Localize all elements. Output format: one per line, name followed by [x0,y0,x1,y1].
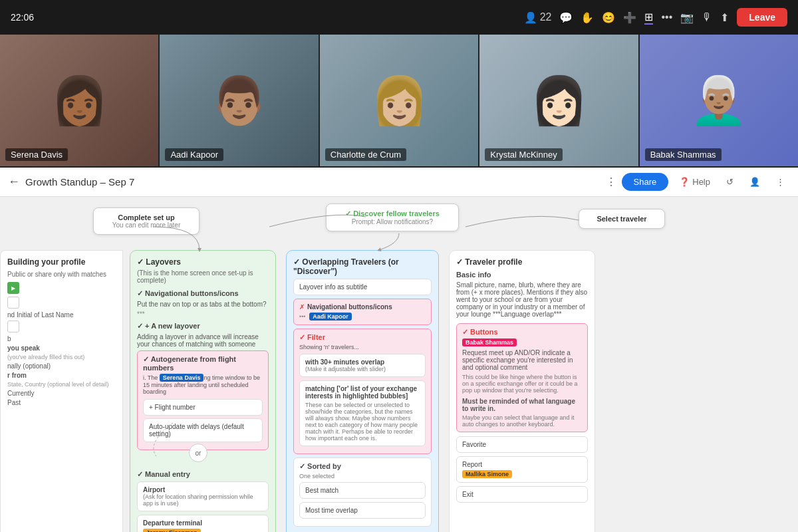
x-icon: ✗ [299,303,305,311]
camera-icon[interactable]: 📷 [680,11,694,24]
sorted-by-section: ✓ Sorted by One selected Best match Most… [293,458,432,527]
flight-number-item: + Flight number [143,399,263,416]
traveler-profile-column: ✓ Traveler profile Basic info Small pict… [449,250,595,532]
video-name-2: Aadi Kapoor [165,148,223,161]
most-time-item: Most time overlap [299,502,426,519]
filter-section: ✓ Filter Showing 'n' travelers... with 3… [293,329,432,454]
back-button[interactable]: ← [8,175,20,189]
traveler-profile-header: ✓ Traveler profile [456,257,588,267]
video-bg-4: 👩🏻 [479,35,638,166]
favorite-item: Favorite [456,436,588,453]
grid-icon[interactable]: ⊞ [644,11,653,25]
participants-icon[interactable]: 👤 22 [524,11,552,24]
serena-tag: Serena Davis [160,374,204,382]
workspace: ← Growth Standup – Sep 7 ⋮ Share ❓ Help … [0,168,798,532]
canvas: Complete set up You can edit more later … [0,197,798,532]
play-icon: ▶ [7,282,19,294]
overlap-30-item: with 30+ minutes overlap (Make it adjust… [299,354,426,377]
emoji-icon[interactable]: 😊 [602,11,615,24]
tooltip-setup-line1: Complete set up [103,213,190,221]
jeremy-tag: Jeremy Eisenman [143,529,201,532]
departure-item: Departure terminal Jeremy Eisenman [137,515,269,532]
overlapping-header: ✓ Overlapping Travelers (or "Discover") [293,257,432,276]
video-bg-5: 👨🏽‍🦳 [640,35,798,166]
video-tile-3: 👩🏼 Charlotte de Crum [320,35,479,166]
toolbar-more-button[interactable]: ⋮ [771,174,790,190]
tooltip-select-traveler[interactable]: Select traveler [579,209,665,229]
video-name-5: Babak Shammas [645,148,722,161]
video-tile-2: 👨🏽 Aadi Kapoor [160,35,319,166]
nav-buttons-section: ✓ Navigational buttons/icons [137,289,269,298]
time-display: 22:06 [11,12,34,23]
help-button[interactable]: ❓ Help [674,174,716,190]
tooltip-discover: ✓ Discover fellow travelers Prompt: Allo… [326,203,459,231]
video-bg-3: 👩🏼 [320,35,478,166]
video-strip: 👩🏾 Serena Davis 👨🏽 Aadi Kapoor 👩🏼 Charlo… [0,35,798,168]
leave-button[interactable]: Leave [737,8,787,27]
share-button[interactable]: Share [622,173,669,191]
mallika-tag: Mallika Simone [462,470,512,478]
video-bg-1: 👩🏾 [0,35,158,166]
layover-subtitle-item: Layover info as subtitle [293,279,432,295]
document-menu-button[interactable]: ⋮ [606,176,616,188]
text-icon [7,297,19,309]
or-circle: or [189,444,207,462]
video-tile-5: 👨🏽‍🦳 Babak Shammas [640,35,798,166]
video-tile-1: 👩🏾 Serena Davis [0,35,160,166]
babak-tag: Babak Shammas [462,338,517,346]
video-name-4: Krystal McKinney [485,148,562,161]
exit-item: Exit [456,486,588,503]
chat-icon[interactable]: 💬 [559,11,573,24]
help-icon: ❓ [679,177,690,187]
more-icon: ⋮ [776,177,785,187]
share-screen-icon[interactable]: ⬆ [720,11,729,24]
tooltip-setup-line2: You can edit more later [103,221,190,229]
mic-icon[interactable]: 🎙 [702,11,712,23]
layovers-column: ✓ Layovers (This is the home screen once… [130,250,276,532]
tooltip-setup: Complete set up You can edit more later [93,207,200,235]
user-add-button[interactable]: 👤 [744,174,765,190]
report-item: Report Mallika Simone [456,456,588,483]
tooltip-discover-line2: Prompt: Allow notifications? [336,218,449,225]
tooltip-select-line1: Select traveler [589,215,655,223]
buttons-section: ✓ Buttons Babak Shammas Request meet up … [456,323,588,432]
top-bar: 22:06 👤 22 💬 ✋ 😊 ➕ ⊞ ••• 📷 🎙 ⬆ Leave [0,0,798,35]
airport-item: Airport (Ask for location sharing permis… [137,481,269,511]
interests-item: matching ['or' list of your exchange int… [299,380,426,446]
layovers-subheader: (This is the home screen once set-up is … [137,269,269,284]
hand-icon[interactable]: ✋ [581,11,594,24]
auto-update-item: Auto-update with delays (default setting… [143,418,263,442]
autogenerate-section: ✓ Autogenerate from flight numbers i. Th… [137,350,269,450]
document-title: Growth Standup – Sep 7 [25,176,600,188]
top-controls: 👤 22 💬 ✋ 😊 ➕ ⊞ ••• 📷 🎙 ⬆ Leave [524,8,787,27]
video-tile-4: 👩🏻 Krystal McKinney [479,35,639,166]
layovers-header: ✓ Layovers [137,257,269,267]
history-icon: ↺ [726,177,733,187]
history-button[interactable]: ↺ [721,174,739,190]
overlapping-column: ✓ Overlapping Travelers (or "Discover") … [286,250,439,532]
video-bg-2: 👨🏽 [160,35,318,166]
user-icon: 👤 [749,177,760,187]
nav-buttons-item: ✗ Navigational buttons/icons ••• Aadi Ka… [293,299,432,325]
left-column: Building your profile Public or share on… [0,250,123,532]
add-icon[interactable]: ➕ [623,11,636,24]
best-match-item: Best match [299,482,426,499]
video-name-1: Serena Davis [5,148,68,161]
more-icon[interactable]: ••• [661,11,672,23]
grid-icon [7,321,19,332]
document-toolbar: ← Growth Standup – Sep 7 ⋮ Share ❓ Help … [0,168,798,197]
aadi-tag: Aadi Kapoor [309,313,352,321]
video-name-3: Charlotte de Crum [325,148,406,161]
tooltip-discover-line1: ✓ Discover fellow travelers [336,209,449,218]
left-col-body: Public or share only with matches ▶ nd I… [7,271,116,406]
left-col-header: Building your profile [7,257,116,267]
